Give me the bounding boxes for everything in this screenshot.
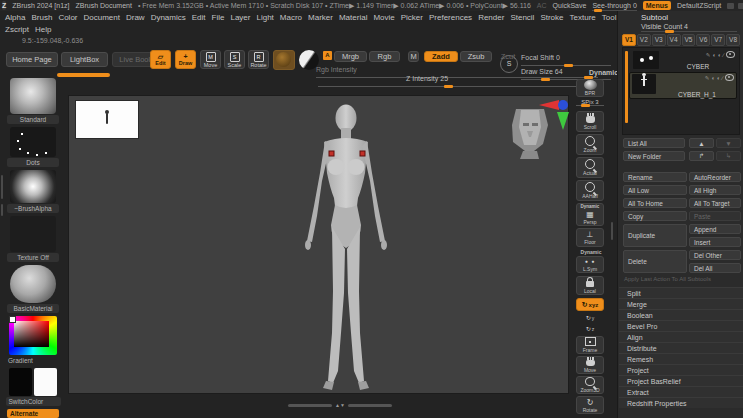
document-preview-thumbnail[interactable]	[76, 101, 138, 138]
m-button[interactable]: M	[408, 51, 419, 62]
polypaint-icon[interactable]: ✎	[705, 75, 710, 81]
subtool-scrollbar[interactable]	[625, 51, 628, 123]
tab-v5[interactable]: V5	[682, 34, 696, 46]
mrgb-button[interactable]: Mrgb	[334, 51, 367, 62]
section-project[interactable]: Project	[619, 364, 743, 375]
tab-v7[interactable]: V7	[711, 34, 725, 46]
move-camera-button[interactable]: Move	[576, 356, 604, 374]
menu-document[interactable]: Document	[81, 12, 123, 23]
menu-macro[interactable]: Macro	[277, 12, 305, 23]
left-tray-divider-handle[interactable]	[1, 175, 3, 199]
current-alpha-thumbnail[interactable]	[10, 170, 56, 204]
floor-button[interactable]: ⊥ Floor	[576, 228, 604, 247]
subtool-item-cyber-h-1-selected[interactable]: ✎ ◐ ◐ ∕ CYBER_H_1	[629, 72, 737, 99]
move-out-folder-button[interactable]: ↳	[716, 151, 741, 161]
section-extract[interactable]: Extract	[619, 386, 743, 397]
default-zscript-button[interactable]: DefaultZScript	[677, 2, 721, 9]
gradient-label[interactable]: Gradient	[6, 356, 60, 365]
spix-slider[interactable]: SPix 3	[576, 99, 604, 106]
new-folder-button[interactable]: New Folder	[623, 151, 685, 161]
right-tray-divider-handle[interactable]	[611, 222, 613, 240]
menu-picker[interactable]: Picker	[398, 12, 426, 23]
move-mode-button[interactable]: M Move	[200, 50, 221, 69]
menu-texture[interactable]: Texture	[567, 12, 599, 23]
menu-layer[interactable]: Layer	[227, 12, 253, 23]
autoreorder-button[interactable]: AutoReorder	[689, 172, 741, 182]
section-align[interactable]: Align	[619, 331, 743, 342]
section-project-basrelief[interactable]: Project BasRelief	[619, 375, 743, 386]
rgb-button[interactable]: Rgb	[369, 51, 400, 62]
insert-button[interactable]: Insert	[689, 237, 741, 247]
tab-v6[interactable]: V6	[696, 34, 710, 46]
menu-stencil[interactable]: Stencil	[507, 12, 537, 23]
color-picker[interactable]	[9, 316, 57, 355]
tab-v4[interactable]: V4	[667, 34, 681, 46]
half-visibility-icon[interactable]: ◐	[711, 75, 714, 81]
bpr-render-button[interactable]: BPR	[576, 79, 604, 97]
half-visibility-icon[interactable]: ◐	[717, 75, 720, 81]
menu-preferences[interactable]: Preferences	[426, 12, 475, 23]
list-all-button[interactable]: List All	[623, 138, 685, 148]
subtool-item-cyber[interactable]: ✎ ◐ ◐ ∕ CYBER	[631, 50, 737, 70]
all-to-target-button[interactable]: All To Target	[689, 198, 741, 208]
move-down-button[interactable]: ▼	[716, 138, 741, 148]
all-low-button[interactable]: All Low	[623, 185, 687, 195]
menu-stroke[interactable]: Stroke	[537, 12, 566, 23]
menu-alpha[interactable]: Alpha	[2, 12, 28, 23]
rotate-y-button[interactable]: ↻ y	[576, 313, 604, 323]
edit-mode-button[interactable]: ▱ Edit	[150, 50, 171, 69]
actual-size-button[interactable]: Actual	[576, 157, 604, 178]
del-all-button[interactable]: Del All	[689, 263, 741, 273]
half-visibility-icon[interactable]: ◐	[712, 52, 715, 58]
z-intensity-handle[interactable]	[444, 85, 453, 88]
rotate-z-button[interactable]: ↻ z	[576, 324, 604, 334]
del-other-button[interactable]: Del Other	[689, 250, 741, 260]
duplicate-button[interactable]: Duplicate	[623, 224, 687, 247]
rotate-xyz-button[interactable]: ↻ xyz	[576, 298, 604, 311]
tab-v1[interactable]: V1	[622, 34, 636, 46]
draw-mode-button[interactable]: + Draw	[175, 50, 196, 69]
slash-icon[interactable]: ∕	[723, 52, 724, 58]
current-stroke-thumbnail[interactable]	[10, 127, 56, 157]
subtool-panel-title[interactable]: Subtool	[641, 13, 668, 22]
menu-edit[interactable]: Edit	[189, 12, 209, 23]
menu-movie[interactable]: Movie	[370, 12, 397, 23]
divider-bar[interactable]	[288, 404, 332, 407]
lightbox-button[interactable]: LightBox	[61, 52, 108, 67]
scroll-button[interactable]: Scroll	[576, 111, 604, 132]
stroke-curve-icon[interactable]: S	[500, 55, 518, 73]
secondary-color-swatch[interactable]	[34, 368, 57, 396]
menu-material[interactable]: Material	[336, 12, 370, 23]
section-merge[interactable]: Merge	[619, 298, 743, 309]
section-remesh[interactable]: Remesh	[619, 353, 743, 364]
tab-v8[interactable]: V8	[726, 34, 740, 46]
anchor-badge[interactable]: A	[323, 51, 332, 60]
rename-button[interactable]: Rename	[623, 172, 687, 182]
local-button[interactable]: Local	[576, 276, 604, 295]
main-color-swatch[interactable]	[9, 368, 32, 396]
home-page-button[interactable]: Home Page	[6, 52, 58, 67]
persp-button[interactable]: Dynamic ▦ Persp	[576, 203, 604, 226]
move-up-button[interactable]: ▲	[689, 138, 714, 148]
rotate-camera-button[interactable]: ↻ Rotate	[576, 396, 604, 414]
rotate-mode-button[interactable]: R Rotate	[248, 50, 269, 69]
copy-button[interactable]: Copy	[623, 211, 687, 221]
zsub-button[interactable]: Zsub	[460, 51, 492, 62]
frame-button[interactable]: Frame	[576, 336, 604, 354]
polypaint-icon[interactable]: ✎	[706, 52, 711, 58]
current-texture-thumbnail[interactable]	[10, 216, 56, 252]
quicksave-button[interactable]: QuickSave	[553, 2, 587, 9]
current-brush-thumbnail[interactable]	[10, 78, 56, 114]
menu-marker[interactable]: Marker	[305, 12, 336, 23]
half-visibility-icon[interactable]: ◐	[718, 52, 721, 58]
zoom3d-button[interactable]: Zoom3D	[576, 376, 604, 394]
tab-v2[interactable]: V2	[637, 34, 651, 46]
spix-handle[interactable]	[581, 104, 590, 107]
menu-brush[interactable]: Brush	[28, 12, 55, 23]
brush-preview-button[interactable]	[273, 50, 295, 70]
visible-count-slider[interactable]: Visible Count 4	[641, 23, 737, 32]
section-split[interactable]: Split	[619, 287, 743, 298]
menu-zscript[interactable]: Zscript	[2, 24, 32, 35]
doc-icon[interactable]	[727, 3, 734, 9]
eye-icon[interactable]	[726, 51, 735, 58]
